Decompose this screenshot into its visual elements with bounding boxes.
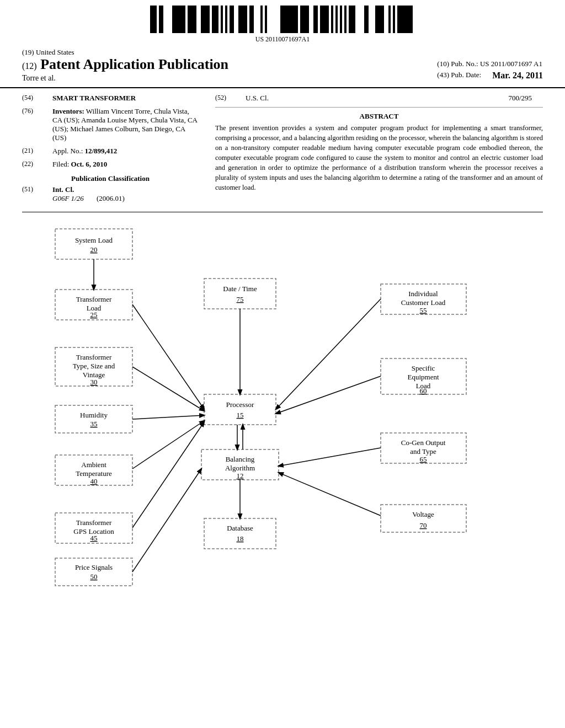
appl-field-content: Appl. No.: 12/899,412	[52, 147, 199, 156]
svg-text:Price Signals: Price Signals	[75, 563, 113, 571]
svg-text:Processor: Processor	[226, 400, 254, 409]
int-cl-value-row: G06F 1/26 (2006.01)	[52, 194, 199, 203]
int-cl-year: (2006.01)	[97, 194, 125, 202]
us-cl-content: U.S. Cl. 700/295	[246, 94, 543, 103]
svg-text:12: 12	[237, 472, 244, 480]
svg-rect-4	[172, 6, 174, 33]
body-content: (54) SMART TRANSFORMER (76) Inventors: W…	[0, 94, 565, 207]
inventors-field-num: (76)	[22, 107, 52, 142]
svg-rect-23	[238, 6, 241, 33]
svg-text:55: 55	[420, 306, 427, 314]
svg-rect-92	[204, 394, 276, 425]
abstract-text: The present invention provides a system …	[215, 123, 543, 193]
svg-text:75: 75	[237, 295, 244, 303]
int-cl-label: Int. Cl.	[52, 185, 199, 194]
svg-rect-52	[375, 6, 377, 33]
svg-line-129	[276, 299, 381, 409]
svg-rect-60	[404, 6, 406, 33]
svg-rect-28	[265, 6, 267, 33]
pub-no-line: (10) Pub. No.: US 2011/0071697 A1	[437, 60, 542, 68]
pub-no-value: US 2011/0071697 A1	[480, 60, 542, 68]
svg-text:30: 30	[90, 378, 98, 386]
svg-text:Customer Load: Customer Load	[401, 298, 446, 307]
title-field-row: (54) SMART TRANSFORMER	[22, 94, 199, 103]
svg-rect-41	[324, 6, 327, 33]
pub-date-label: (43) Pub. Date:	[437, 71, 481, 81]
svg-rect-44	[335, 6, 338, 33]
filed-value: Oct. 6, 2010	[71, 160, 108, 168]
svg-rect-16	[212, 6, 214, 33]
int-cl-num: (51)	[22, 185, 52, 203]
svg-text:20: 20	[90, 245, 98, 254]
patent-number-display: US 20110071697A1	[0, 35, 565, 44]
pub-date-line: (43) Pub. Date: Mar. 24, 2011	[437, 71, 543, 81]
filed-label: Filed:	[52, 160, 69, 168]
svg-line-124	[132, 469, 201, 572]
svg-rect-27	[260, 6, 263, 33]
int-cl-content: Int. Cl. G06F 1/26 (2006.01)	[52, 185, 199, 203]
svg-rect-47	[349, 6, 351, 33]
svg-rect-54	[380, 6, 384, 33]
us-cl-label: U.S. Cl.	[246, 94, 269, 102]
abstract-section: ABSTRACT The present invention provides …	[215, 112, 543, 193]
svg-line-131	[279, 448, 381, 466]
svg-rect-86	[55, 558, 132, 586]
svg-text:18: 18	[237, 534, 244, 543]
svg-text:65: 65	[420, 455, 427, 463]
divider-1	[215, 107, 543, 108]
pub-class-label: Publication Classification	[22, 174, 199, 183]
title-field-num: (54)	[22, 94, 52, 103]
int-cl-row: (51) Int. Cl. G06F 1/26 (2006.01)	[22, 185, 199, 203]
svg-text:15: 15	[237, 411, 244, 419]
diagram-container: System Load 20 Transformer Load 25 Trans…	[0, 218, 565, 571]
inventors-field-row: (76) Inventors: William Vincent Torre, C…	[22, 107, 199, 142]
svg-rect-22	[232, 6, 234, 33]
svg-rect-51	[366, 6, 369, 33]
left-column: (54) SMART TRANSFORMER (76) Inventors: W…	[22, 94, 199, 207]
svg-text:70: 70	[420, 521, 427, 529]
us-cl-num: (52)	[215, 94, 246, 103]
svg-line-132	[279, 473, 381, 516]
right-column: (52) U.S. Cl. 700/295 ABSTRACT The prese…	[215, 94, 543, 207]
svg-rect-31	[287, 6, 291, 33]
us-cl-row: (52) U.S. Cl. 700/295	[215, 94, 543, 103]
svg-rect-18	[216, 6, 218, 33]
svg-rect-62	[408, 6, 413, 33]
svg-text:Specific: Specific	[412, 364, 435, 372]
svg-text:50: 50	[90, 572, 98, 581]
country-name: United States	[36, 48, 74, 56]
svg-rect-5	[174, 6, 177, 33]
appl-field-row: (21) Appl. No.: 12/899,412	[22, 147, 199, 156]
svg-rect-8	[181, 6, 183, 33]
svg-rect-12	[192, 6, 196, 33]
svg-rect-15	[207, 6, 210, 33]
abstract-title: ABSTRACT	[215, 112, 543, 121]
pub-no-label: (10) Pub. No.:	[437, 60, 478, 68]
pub-date-value: Mar. 24, 2011	[492, 71, 543, 81]
svg-rect-46	[344, 6, 347, 33]
svg-rect-42	[327, 6, 329, 33]
svg-rect-48	[351, 6, 353, 33]
svg-rect-40	[320, 6, 324, 33]
pub-class-section: Publication Classification	[22, 174, 199, 183]
header-left: (19) United States (12) Patent Applicati…	[22, 48, 426, 83]
svg-text:Humidity: Humidity	[80, 411, 108, 419]
svg-rect-35	[300, 6, 302, 33]
svg-rect-34	[296, 6, 298, 33]
svg-rect-32	[291, 6, 294, 33]
country-label: (19) United States	[22, 48, 426, 57]
svg-rect-6	[177, 6, 179, 33]
svg-rect-0	[150, 6, 154, 33]
svg-rect-20	[225, 6, 227, 33]
svg-line-119	[132, 304, 204, 409]
svg-text:25: 25	[90, 311, 98, 319]
svg-rect-30	[285, 6, 287, 33]
svg-rect-25	[243, 6, 247, 33]
patent-header: (19) United States (12) Patent Applicati…	[0, 48, 565, 88]
svg-rect-61	[406, 6, 408, 33]
svg-line-121	[132, 415, 204, 419]
type-name: Patent Application Publication	[40, 56, 228, 72]
svg-rect-3	[161, 6, 163, 33]
svg-text:Type, Size and: Type, Size and	[73, 362, 115, 370]
svg-rect-29	[280, 6, 285, 33]
